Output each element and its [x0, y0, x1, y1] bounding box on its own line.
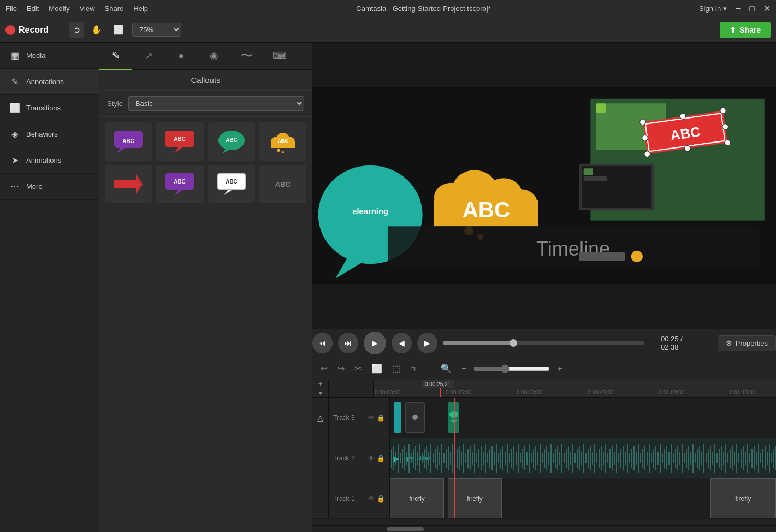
svg-rect-51	[579, 252, 625, 261]
zoom-dropdown[interactable]: 75% 50% 100% 150%	[132, 23, 181, 37]
playback-bar: ⏮ ⏭ ▶ ◀ ▶ 00:25 / 02:38 ⚙ Properties	[312, 329, 776, 357]
svg-rect-26	[596, 103, 606, 113]
sidebar-item-more[interactable]: ⋯ More	[0, 174, 99, 200]
close-button[interactable]: ✕	[763, 3, 771, 14]
track3-expand[interactable]: △	[315, 412, 327, 424]
sidebar-item-media[interactable]: ▦ Media	[0, 43, 99, 69]
callout-bubble-red[interactable]: ABC	[156, 122, 203, 161]
zoom-search-button[interactable]: 🔍	[438, 361, 454, 376]
paste-button[interactable]: ⬚	[389, 361, 403, 376]
menu-help[interactable]: Help	[133, 4, 148, 13]
timeline-scrollbar[interactable]	[312, 525, 776, 532]
zoom-in-button[interactable]: +	[554, 362, 565, 376]
crop-tool[interactable]: ⬜	[109, 22, 128, 38]
track2-playhead	[454, 438, 455, 478]
track-row-1: Track 1 👁 🔒 firefly	[312, 478, 776, 519]
properties-button[interactable]: ⚙ Properties	[718, 335, 776, 351]
maximize-button[interactable]: □	[749, 4, 755, 14]
cut-button[interactable]: ✂	[352, 361, 364, 376]
svg-text:0:00:15;00: 0:00:15;00	[446, 389, 472, 395]
track2-content: ▶ gsp-video	[390, 438, 776, 478]
timeline-ruler: 0:00:25;21 0:00:00;00 0:00:15;00 0:00:30…	[374, 380, 776, 397]
tab-callouts[interactable]: ✎	[99, 43, 132, 70]
track3-visibility[interactable]: 👁	[368, 414, 375, 422]
track2-label: Track 2 👁 🔒	[329, 438, 390, 478]
progress-fill	[443, 341, 513, 345]
sidebar-item-animations[interactable]: ➤ Animations	[0, 147, 99, 174]
redo-button[interactable]: ↪	[335, 361, 347, 376]
track3-clip-dark[interactable]	[405, 402, 424, 433]
skip-back-button[interactable]: ⏮	[312, 333, 333, 353]
track1-clip-firefly-1[interactable]: firefly	[390, 478, 444, 518]
main-toolbar: Record ➲ ✋ ⬜ 75% 50% 100% 150% ⬆ Share	[0, 17, 776, 43]
track2-lock[interactable]: 🔒	[377, 454, 385, 462]
zoom-out-button[interactable]: −	[459, 362, 469, 376]
progress-thumb[interactable]	[510, 339, 517, 347]
tab-arrows[interactable]: ↗	[132, 43, 165, 70]
callout-preview-white: ABC	[215, 171, 248, 197]
track1-clip-firefly-3[interactable]: firefly	[710, 478, 776, 518]
menu-modify[interactable]: Modify	[49, 4, 69, 13]
sidebar-item-transitions[interactable]: ⬜ Transitions	[0, 95, 99, 121]
track1-clip-firefly-2[interactable]: firefly	[448, 478, 502, 518]
svg-marker-21	[224, 190, 233, 195]
callout-bubble-white[interactable]: ABC	[208, 165, 255, 203]
callout-grid: ABC ABC ABC	[99, 117, 312, 209]
style-dropdown[interactable]: Basic Sketch 3D	[128, 96, 304, 111]
next-frame-button[interactable]: ▶	[417, 333, 437, 353]
copy-button[interactable]: ⬜	[369, 361, 385, 376]
track1-visibility[interactable]: 👁	[368, 495, 375, 503]
callout-bubble-teal[interactable]: ABC	[208, 122, 255, 161]
scroll-thumb[interactable]	[387, 527, 424, 531]
sign-in-button[interactable]: Sign In ▾	[699, 4, 727, 13]
split-button[interactable]: ⧈	[407, 362, 418, 376]
step-forward-button[interactable]: ⏭	[338, 333, 358, 353]
svg-point-13	[277, 149, 280, 152]
tab-lines[interactable]: 〜	[230, 43, 263, 70]
menu-view[interactable]: View	[80, 4, 95, 13]
svg-text:0:01:00;00: 0:01:00;00	[659, 389, 685, 395]
sidebar-item-annotations[interactable]: ✎ Annotations	[0, 69, 99, 95]
svg-text:ABC: ABC	[226, 137, 238, 143]
panel-header: Callouts	[99, 70, 312, 91]
progress-bar[interactable]	[443, 341, 644, 345]
track3-clip-teal[interactable]	[394, 402, 401, 433]
menu-share[interactable]: Share	[105, 4, 124, 13]
callout-cloud-yellow[interactable]: ABC	[259, 122, 306, 161]
style-label: Style	[107, 99, 123, 108]
play-button[interactable]: ▶	[364, 332, 386, 354]
timeline-zoom-slider[interactable]	[473, 364, 550, 373]
expand-tracks-up[interactable]: +	[315, 380, 327, 388]
select-tool[interactable]: ➲	[69, 22, 84, 38]
transitions-icon: ⬜	[9, 103, 21, 113]
timeline-area: ↩ ↪ ✂ ⬜ ⬚ ⧈ 🔍 − + + ▾	[312, 357, 776, 532]
track2-visibility[interactable]: 👁	[368, 454, 375, 462]
tab-shapes[interactable]: ●	[165, 43, 198, 70]
track1-name: Track 1	[333, 495, 355, 503]
undo-button[interactable]: ↩	[318, 361, 330, 376]
track1-lock[interactable]: 🔒	[377, 495, 385, 503]
callout-text-plain[interactable]: ABC	[259, 165, 306, 203]
svg-rect-56	[584, 176, 607, 181]
prev-frame-button[interactable]: ◀	[392, 333, 412, 353]
expand-tracks-down[interactable]: ▾	[315, 389, 327, 398]
tab-fill[interactable]: ◉	[198, 43, 230, 70]
record-button[interactable]: Record	[5, 25, 49, 35]
callout-arrow-red[interactable]	[105, 165, 152, 203]
time-display: 00:25 / 02:38	[661, 335, 701, 351]
sidebar-item-behaviors[interactable]: ◈ Behaviors	[0, 121, 99, 147]
callout-bubble-purple[interactable]: ABC	[105, 122, 152, 161]
menu-edit[interactable]: Edit	[27, 4, 39, 13]
title-bar: File Edit Modify View Share Help Camtasi…	[0, 0, 776, 17]
tab-keyboard[interactable]: ⌨	[263, 43, 296, 70]
annotations-icon: ✎	[9, 76, 21, 87]
svg-marker-4	[174, 147, 183, 153]
menu-file[interactable]: File	[5, 4, 17, 13]
share-button[interactable]: ⬆ Share	[720, 22, 771, 38]
minimize-button[interactable]: −	[736, 4, 741, 14]
callout-preview-cloud: ABC	[266, 128, 299, 155]
track3-lock[interactable]: 🔒	[377, 414, 385, 422]
callout-bubble-outline-purple[interactable]: ABC	[156, 165, 203, 203]
pan-tool[interactable]: ✋	[87, 22, 106, 38]
track1-left	[312, 478, 329, 518]
